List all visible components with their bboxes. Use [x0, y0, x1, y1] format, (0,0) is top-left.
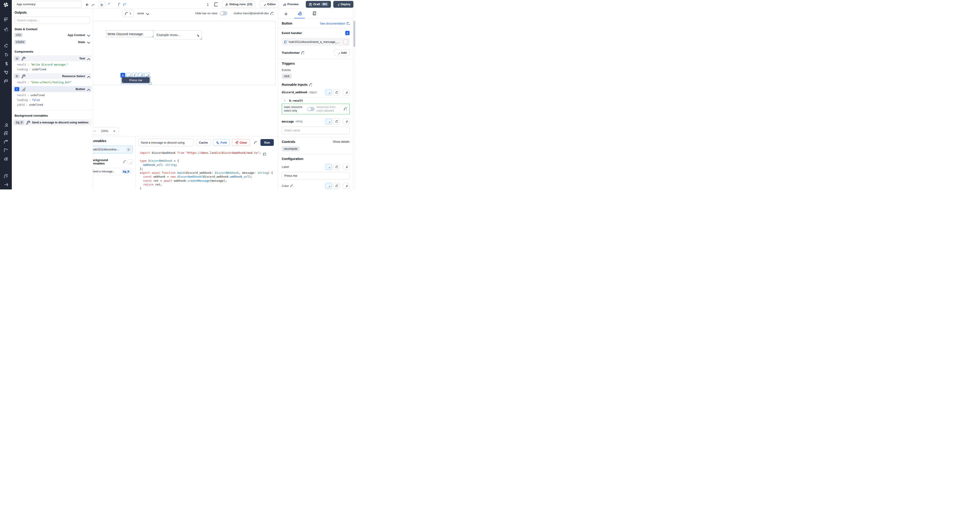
kebab-menu-icon[interactable]	[204, 2, 210, 7]
plug-icon[interactable]	[343, 183, 350, 189]
component-b-row[interactable]: b Resource Select	[13, 73, 91, 79]
text-component[interactable]: Write Discord message:	[106, 30, 153, 37]
redo-icon[interactable]	[90, 2, 96, 7]
info-icon[interactable]	[270, 12, 274, 15]
chevron-down-icon[interactable]	[86, 33, 90, 37]
favorites-star-icon[interactable]	[3, 27, 8, 32]
resource-select-component[interactable]: Example resou...	[154, 30, 202, 40]
variables-dollar-icon[interactable]	[3, 61, 8, 66]
edit-pencil-icon[interactable]	[325, 183, 332, 189]
plug-icon[interactable]	[343, 118, 350, 124]
plug-icon[interactable]	[343, 89, 350, 95]
hide-bar-toggle[interactable]	[220, 11, 227, 16]
folders-icon[interactable]	[3, 148, 8, 153]
code-mode-icon[interactable]	[333, 118, 340, 124]
styling-tab[interactable]	[307, 8, 321, 18]
run-button[interactable]: Run	[261, 139, 274, 146]
label-value-input[interactable]	[282, 172, 350, 180]
chevron-up-icon[interactable]	[86, 87, 90, 91]
desktop-view-icon[interactable]	[122, 2, 127, 7]
app-canvas[interactable]: Write Discord message: Example resou... …	[89, 21, 275, 85]
expand-editor-icon[interactable]	[345, 99, 348, 102]
edit-pencil-icon[interactable]	[325, 164, 332, 170]
mobile-view-icon[interactable]	[116, 2, 122, 7]
fullscreen-icon[interactable]	[107, 2, 113, 7]
undo-icon[interactable]	[84, 2, 90, 7]
runnable-name-input[interactable]	[138, 138, 194, 146]
apps-icon[interactable]	[3, 17, 8, 22]
fork-icon	[216, 141, 219, 144]
inline-expr-editor[interactable]: 1 b.result	[282, 97, 350, 103]
component-settings-tab[interactable]	[293, 8, 307, 18]
bg-runnable-item[interactable]: Send a message... bg_0	[90, 168, 133, 175]
button-component-selection[interactable]: Press me	[121, 76, 151, 84]
windmill-logo-icon[interactable]	[3, 2, 9, 8]
runs-play-icon[interactable]	[3, 52, 8, 57]
resize-handle[interactable]	[149, 82, 151, 84]
component-a-row[interactable]: a Text	[13, 55, 91, 62]
remove-runnable-icon[interactable]	[344, 40, 348, 44]
plug-icon[interactable]	[343, 164, 350, 170]
chevron-up-icon[interactable]	[86, 74, 90, 78]
grid-columns-icon[interactable]	[98, 1, 105, 7]
clear-select-icon[interactable]	[196, 33, 199, 37]
pencil-icon[interactable]	[21, 87, 25, 91]
home-icon[interactable]	[3, 43, 8, 48]
hand-drag-icon[interactable]	[26, 121, 30, 124]
ctx-row[interactable]: ctx App Context	[14, 32, 90, 38]
app-summary-input[interactable]	[14, 1, 82, 8]
fork-button[interactable]: Fork	[213, 139, 230, 146]
draft-button[interactable]: Draft ⌘S	[306, 1, 331, 8]
see-documentation-link[interactable]: See documentation	[320, 22, 350, 25]
user-icon[interactable]	[3, 122, 8, 127]
hand-drag-icon[interactable]	[21, 74, 25, 78]
code-mode-icon[interactable]	[333, 183, 340, 189]
code-mode-icon[interactable]	[333, 164, 340, 170]
audit-eye-icon[interactable]	[3, 156, 8, 161]
edit-pencil-icon[interactable]	[325, 118, 332, 124]
edit-pencil-icon[interactable]	[325, 89, 332, 95]
zoom-in-button[interactable]: +	[110, 127, 119, 135]
event-handler-runnable[interactable]: hub/1511/discord/send_a_message_...	[282, 38, 350, 46]
debug-runs-button[interactable]: Debug runs (23)	[222, 1, 255, 8]
code-editor[interactable]: import discordwebhook from "https://deno…	[136, 148, 278, 189]
clear-button[interactable]: Clear	[232, 139, 250, 146]
chevron-down-icon[interactable]	[86, 40, 90, 44]
cache-button[interactable]: Cache	[196, 139, 211, 146]
static-resource-toggle[interactable]	[307, 107, 315, 111]
component-c-row[interactable]: c Button	[13, 86, 91, 92]
resources-graph-icon[interactable]	[3, 70, 8, 75]
hand-drag-icon[interactable]	[21, 56, 25, 60]
add-transformer-button[interactable]: Add	[334, 49, 350, 56]
scrollbar[interactable]	[353, 8, 356, 189]
component-b-badge: b	[14, 74, 19, 78]
editor-tab-button[interactable]: Editor	[260, 1, 279, 8]
refresh-code-icon[interactable]	[252, 140, 258, 145]
docs-book-icon[interactable]	[213, 2, 219, 7]
state-row[interactable]: state State	[14, 39, 90, 45]
plus-icon	[337, 51, 340, 54]
workers-briefcase-icon[interactable]	[3, 139, 8, 144]
refresh-count-button[interactable]: 1	[122, 10, 134, 17]
recompute-button[interactable]: recompute	[282, 146, 300, 151]
show-details-link[interactable]: Show details	[333, 140, 350, 143]
add-bg-runnable-button[interactable]	[128, 159, 133, 164]
collapse-sidebar-icon[interactable]	[3, 181, 8, 186]
frequency-dropdown[interactable]: once	[137, 11, 149, 16]
message-static-value-input[interactable]	[282, 127, 350, 134]
settings-gear-icon[interactable]	[3, 130, 8, 136]
code-mode-icon[interactable]	[333, 89, 340, 95]
selected-runnable-item[interactable]: hub/1511/discord/se... c	[90, 146, 133, 153]
schedules-calendar-icon[interactable]	[3, 78, 8, 83]
bg-runnable-row[interactable]: bg_0 Send a message to discord using web…	[13, 119, 91, 126]
scrollbar-thumb[interactable]	[353, 21, 355, 47]
help-icon[interactable]	[3, 173, 8, 178]
copy-icon[interactable]	[263, 153, 266, 157]
preview-tab-button[interactable]: Preview	[280, 1, 301, 8]
button-component[interactable]: Press me	[122, 77, 150, 83]
chevron-up-icon[interactable]	[86, 56, 90, 60]
deploy-button[interactable]: Deploy	[333, 1, 353, 8]
refresh-icon	[124, 12, 128, 15]
search-outputs-input[interactable]	[14, 17, 90, 24]
add-component-tab[interactable]	[278, 8, 293, 18]
